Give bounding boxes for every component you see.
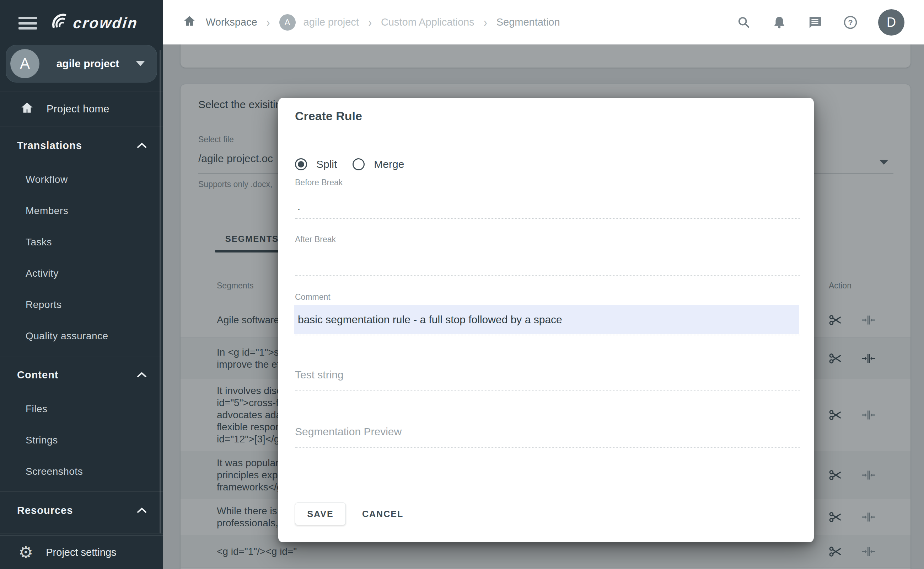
sidebar-item-label: Project home xyxy=(47,103,109,115)
radio-selected-icon[interactable] xyxy=(295,158,307,170)
breadcrumb-home[interactable] xyxy=(182,14,197,30)
test-string-input[interactable]: Test string xyxy=(295,369,344,381)
before-break-underline xyxy=(295,218,800,219)
project-avatar: A xyxy=(10,49,39,78)
user-avatar[interactable]: D xyxy=(878,9,904,35)
sidebar-item-project-settings[interactable]: ⚙ Project settings xyxy=(0,535,163,569)
sidebar-scrollbar[interactable] xyxy=(159,50,161,534)
breadcrumb-item-custom-applications[interactable]: Custom Applications xyxy=(381,16,475,28)
test-string-underline xyxy=(295,391,800,391)
breadcrumb: Workspace›Aagile project›Custom Applicat… xyxy=(182,14,560,30)
notifications-bell-icon[interactable] xyxy=(772,15,787,30)
home-icon xyxy=(20,100,35,118)
save-button[interactable]: SAVE xyxy=(295,502,346,525)
radio-unselected-icon[interactable] xyxy=(352,158,365,170)
breadcrumb-label: agile project xyxy=(303,16,359,28)
sidebar-item-workflow[interactable]: Workflow xyxy=(0,164,163,195)
crowdin-logo-mark-icon xyxy=(49,12,70,34)
chevron-up-icon xyxy=(137,140,147,152)
sidebar-item-tasks[interactable]: Tasks xyxy=(0,227,163,258)
gear-icon: ⚙ xyxy=(18,544,33,560)
rule-type-radio-group: SplitMerge xyxy=(295,158,404,170)
segmentation-preview-underline xyxy=(295,447,800,448)
radio-label: Split xyxy=(316,158,337,170)
comment-value: basic segmentation rule - a full stop fo… xyxy=(294,313,562,326)
svg-text:?: ? xyxy=(848,18,853,27)
dialog-title: Create Rule xyxy=(295,109,362,123)
topbar-icons: ? D xyxy=(736,9,904,35)
breadcrumb-label: Workspace xyxy=(206,16,257,28)
dialog-actions: SAVE CANCEL xyxy=(295,502,410,525)
chevron-up-icon xyxy=(137,369,147,381)
hamburger-menu-icon[interactable] xyxy=(18,17,37,29)
crowdin-logo[interactable]: crowdin xyxy=(49,12,138,34)
breadcrumb-project-avatar: A xyxy=(279,14,296,30)
sidebar-item-label: Project settings xyxy=(46,546,116,558)
sidebar-item-reports[interactable]: Reports xyxy=(0,289,163,320)
radio-option-split[interactable]: Split xyxy=(295,158,337,170)
create-rule-dialog: Create Rule SplitMerge Before Break . Af… xyxy=(278,98,814,542)
crowdin-app: crowdin A agile project Project home Tra… xyxy=(0,0,924,569)
radio-label: Merge xyxy=(374,158,404,170)
breadcrumb-label: Segmentation xyxy=(496,16,560,28)
after-break-label: After Break xyxy=(295,235,336,244)
breadcrumb-item-workspace[interactable]: Workspace xyxy=(206,16,257,28)
search-icon[interactable] xyxy=(736,15,752,30)
sidebar-item-files[interactable]: Files xyxy=(0,393,163,424)
project-name: agile project xyxy=(39,58,136,70)
chevron-right-icon: › xyxy=(267,15,270,30)
radio-option-merge[interactable]: Merge xyxy=(352,158,404,170)
chevron-right-icon: › xyxy=(484,15,487,30)
sidebar-section-translations[interactable]: Translations xyxy=(0,127,163,164)
sidebar-nav: TranslationsWorkflowMembersTasksActivity… xyxy=(0,127,163,534)
crowdin-wordmark: crowdin xyxy=(72,15,139,32)
sidebar-section-resources[interactable]: Resources xyxy=(0,492,163,529)
caret-down-icon xyxy=(136,61,145,66)
sidebar-item-screenshots[interactable]: Screenshots xyxy=(0,456,163,487)
project-switcher[interactable]: A agile project xyxy=(6,45,157,82)
sidebar-item-project-home[interactable]: Project home xyxy=(0,91,163,127)
sidebar-divider xyxy=(0,533,163,534)
segmentation-preview-input[interactable]: Segmentation Preview xyxy=(295,426,402,438)
home-icon xyxy=(182,14,197,30)
before-break-input[interactable]: . xyxy=(297,201,300,213)
sidebar-item-strings[interactable]: Strings xyxy=(0,424,163,456)
section-label: Resources xyxy=(17,505,73,516)
sidebar: crowdin A agile project Project home Tra… xyxy=(0,0,163,569)
breadcrumb-label: Custom Applications xyxy=(381,16,475,28)
sidebar-item-quality-assurance[interactable]: Quality assurance xyxy=(0,320,163,352)
section-label: Content xyxy=(17,369,59,381)
sidebar-header: crowdin xyxy=(0,0,163,41)
comment-input[interactable]: basic segmentation rule - a full stop fo… xyxy=(294,305,799,334)
breadcrumb-item-agile-project[interactable]: Aagile project xyxy=(279,14,359,30)
comment-label: Comment xyxy=(295,292,331,302)
sidebar-item-activity[interactable]: Activity xyxy=(0,258,163,289)
before-break-label: Before Break xyxy=(295,178,343,187)
chevron-up-icon xyxy=(137,505,147,516)
topbar: Workspace›Aagile project›Custom Applicat… xyxy=(163,0,924,44)
chevron-right-icon: › xyxy=(368,15,372,30)
after-break-underline xyxy=(295,275,800,275)
comment-underline xyxy=(295,335,800,335)
messages-chat-icon[interactable] xyxy=(807,15,823,30)
sidebar-item-members[interactable]: Members xyxy=(0,195,163,227)
breadcrumb-item-segmentation[interactable]: Segmentation xyxy=(496,16,560,28)
help-icon[interactable]: ? xyxy=(843,15,858,30)
sidebar-section-content[interactable]: Content xyxy=(0,356,163,393)
cancel-button[interactable]: CANCEL xyxy=(356,509,410,519)
section-label: Translations xyxy=(17,140,82,152)
